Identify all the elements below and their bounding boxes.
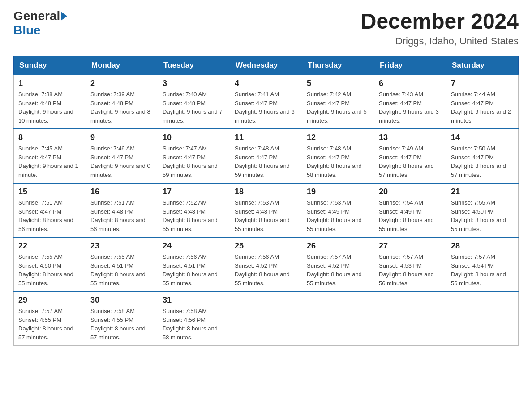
calendar-header-sunday: Sunday (14, 56, 86, 75)
calendar-day-cell: 8Sunrise: 7:45 AMSunset: 4:47 PMDaylight… (14, 129, 86, 183)
calendar-day-cell: 30Sunrise: 7:58 AMSunset: 4:55 PMDayligh… (86, 291, 158, 346)
calendar-header-wednesday: Wednesday (230, 56, 302, 75)
day-info: Sunrise: 7:48 AMSunset: 4:47 PMDaylight:… (235, 144, 297, 179)
day-info: Sunrise: 7:43 AMSunset: 4:47 PMDaylight:… (379, 90, 442, 125)
day-info: Sunrise: 7:44 AMSunset: 4:47 PMDaylight:… (451, 90, 514, 125)
calendar-day-cell (302, 291, 374, 346)
calendar-day-cell: 4Sunrise: 7:41 AMSunset: 4:47 PMDaylight… (230, 75, 302, 129)
day-info: Sunrise: 7:47 AMSunset: 4:47 PMDaylight:… (163, 144, 225, 179)
calendar-day-cell: 7Sunrise: 7:44 AMSunset: 4:47 PMDaylight… (446, 75, 519, 129)
day-info: Sunrise: 7:54 AMSunset: 4:49 PMDaylight:… (379, 198, 442, 233)
calendar-day-cell: 16Sunrise: 7:51 AMSunset: 4:48 PMDayligh… (86, 183, 158, 237)
calendar-week-row: 1Sunrise: 7:38 AMSunset: 4:48 PMDaylight… (14, 75, 519, 129)
day-info: Sunrise: 7:58 AMSunset: 4:55 PMDaylight:… (90, 307, 153, 342)
day-info: Sunrise: 7:48 AMSunset: 4:47 PMDaylight:… (307, 144, 369, 179)
day-number: 23 (90, 241, 153, 251)
calendar-header-monday: Monday (86, 56, 158, 75)
logo-arrow-icon (61, 12, 67, 21)
calendar-day-cell: 10Sunrise: 7:47 AMSunset: 4:47 PMDayligh… (158, 129, 230, 183)
calendar-header-saturday: Saturday (446, 56, 519, 75)
logo: General Blue (13, 9, 68, 38)
day-info: Sunrise: 7:46 AMSunset: 4:47 PMDaylight:… (90, 144, 153, 179)
day-number: 7 (451, 79, 514, 88)
day-number: 16 (90, 187, 153, 197)
calendar-week-row: 8Sunrise: 7:45 AMSunset: 4:47 PMDaylight… (14, 129, 519, 183)
calendar-day-cell: 22Sunrise: 7:55 AMSunset: 4:50 PMDayligh… (14, 237, 86, 291)
calendar-day-cell: 18Sunrise: 7:53 AMSunset: 4:48 PMDayligh… (230, 183, 302, 237)
logo-general-text: General (13, 9, 60, 23)
day-number: 11 (235, 133, 297, 142)
day-number: 1 (18, 79, 81, 88)
calendar-day-cell: 19Sunrise: 7:53 AMSunset: 4:49 PMDayligh… (302, 183, 374, 237)
day-info: Sunrise: 7:57 AMSunset: 4:55 PMDaylight:… (18, 307, 81, 342)
day-number: 17 (163, 187, 225, 197)
day-number: 21 (451, 187, 514, 197)
day-number: 19 (307, 187, 369, 197)
day-info: Sunrise: 7:57 AMSunset: 4:53 PMDaylight:… (379, 253, 442, 287)
day-info: Sunrise: 7:56 AMSunset: 4:52 PMDaylight:… (235, 253, 297, 287)
day-number: 31 (163, 295, 225, 305)
day-number: 30 (90, 295, 153, 305)
day-number: 13 (379, 133, 442, 142)
day-info: Sunrise: 7:42 AMSunset: 4:47 PMDaylight:… (307, 90, 369, 125)
calendar-table: SundayMondayTuesdayWednesdayThursdayFrid… (13, 56, 519, 346)
day-info: Sunrise: 7:57 AMSunset: 4:54 PMDaylight:… (451, 253, 514, 287)
logo-blue-text: Blue (13, 23, 41, 37)
calendar-day-cell: 20Sunrise: 7:54 AMSunset: 4:49 PMDayligh… (374, 183, 446, 237)
day-info: Sunrise: 7:55 AMSunset: 4:51 PMDaylight:… (90, 253, 153, 287)
calendar-day-cell: 5Sunrise: 7:42 AMSunset: 4:47 PMDaylight… (302, 75, 374, 129)
calendar-day-cell: 2Sunrise: 7:39 AMSunset: 4:48 PMDaylight… (86, 75, 158, 129)
day-number: 28 (451, 241, 514, 251)
day-info: Sunrise: 7:53 AMSunset: 4:48 PMDaylight:… (235, 198, 297, 233)
calendar-day-cell: 23Sunrise: 7:55 AMSunset: 4:51 PMDayligh… (86, 237, 158, 291)
day-info: Sunrise: 7:51 AMSunset: 4:47 PMDaylight:… (18, 198, 81, 233)
day-number: 15 (18, 187, 81, 197)
day-number: 5 (307, 79, 369, 88)
day-info: Sunrise: 7:49 AMSunset: 4:47 PMDaylight:… (379, 144, 442, 179)
calendar-day-cell: 26Sunrise: 7:57 AMSunset: 4:52 PMDayligh… (302, 237, 374, 291)
calendar-day-cell: 14Sunrise: 7:50 AMSunset: 4:47 PMDayligh… (446, 129, 519, 183)
calendar-header-friday: Friday (374, 56, 446, 75)
calendar-day-cell (374, 291, 446, 346)
month-title: December 2024 (361, 9, 519, 34)
calendar-day-cell: 6Sunrise: 7:43 AMSunset: 4:47 PMDaylight… (374, 75, 446, 129)
calendar-day-cell: 21Sunrise: 7:55 AMSunset: 4:50 PMDayligh… (446, 183, 519, 237)
day-info: Sunrise: 7:41 AMSunset: 4:47 PMDaylight:… (235, 90, 297, 125)
day-info: Sunrise: 7:58 AMSunset: 4:56 PMDaylight:… (163, 307, 225, 342)
day-info: Sunrise: 7:50 AMSunset: 4:47 PMDaylight:… (451, 144, 514, 179)
day-number: 2 (90, 79, 153, 88)
calendar-day-cell: 29Sunrise: 7:57 AMSunset: 4:55 PMDayligh… (14, 291, 86, 346)
day-number: 24 (163, 241, 225, 251)
calendar-day-cell: 31Sunrise: 7:58 AMSunset: 4:56 PMDayligh… (158, 291, 230, 346)
day-number: 20 (379, 187, 442, 197)
location-subtitle: Driggs, Idaho, United States (361, 35, 519, 47)
day-number: 27 (379, 241, 442, 251)
calendar-week-row: 29Sunrise: 7:57 AMSunset: 4:55 PMDayligh… (14, 291, 519, 346)
day-number: 6 (379, 79, 442, 88)
calendar-day-cell (230, 291, 302, 346)
day-info: Sunrise: 7:53 AMSunset: 4:49 PMDaylight:… (307, 198, 369, 233)
calendar-day-cell: 15Sunrise: 7:51 AMSunset: 4:47 PMDayligh… (14, 183, 86, 237)
calendar-day-cell: 25Sunrise: 7:56 AMSunset: 4:52 PMDayligh… (230, 237, 302, 291)
day-number: 8 (18, 133, 81, 142)
day-number: 9 (90, 133, 153, 142)
day-info: Sunrise: 7:39 AMSunset: 4:48 PMDaylight:… (90, 90, 153, 125)
calendar-week-row: 22Sunrise: 7:55 AMSunset: 4:50 PMDayligh… (14, 237, 519, 291)
day-info: Sunrise: 7:56 AMSunset: 4:51 PMDaylight:… (163, 253, 225, 287)
title-section: December 2024 Driggs, Idaho, United Stat… (361, 9, 519, 47)
day-number: 22 (18, 241, 81, 251)
day-number: 14 (451, 133, 514, 142)
calendar-day-cell: 27Sunrise: 7:57 AMSunset: 4:53 PMDayligh… (374, 237, 446, 291)
calendar-day-cell: 1Sunrise: 7:38 AMSunset: 4:48 PMDaylight… (14, 75, 86, 129)
calendar-week-row: 15Sunrise: 7:51 AMSunset: 4:47 PMDayligh… (14, 183, 519, 237)
day-number: 18 (235, 187, 297, 197)
calendar-day-cell (446, 291, 519, 346)
calendar-day-cell: 3Sunrise: 7:40 AMSunset: 4:48 PMDaylight… (158, 75, 230, 129)
day-info: Sunrise: 7:38 AMSunset: 4:48 PMDaylight:… (18, 90, 81, 125)
calendar-header-thursday: Thursday (302, 56, 374, 75)
day-number: 29 (18, 295, 81, 305)
day-info: Sunrise: 7:51 AMSunset: 4:48 PMDaylight:… (90, 198, 153, 233)
day-info: Sunrise: 7:45 AMSunset: 4:47 PMDaylight:… (18, 144, 81, 179)
calendar-day-cell: 11Sunrise: 7:48 AMSunset: 4:47 PMDayligh… (230, 129, 302, 183)
day-number: 3 (163, 79, 225, 88)
